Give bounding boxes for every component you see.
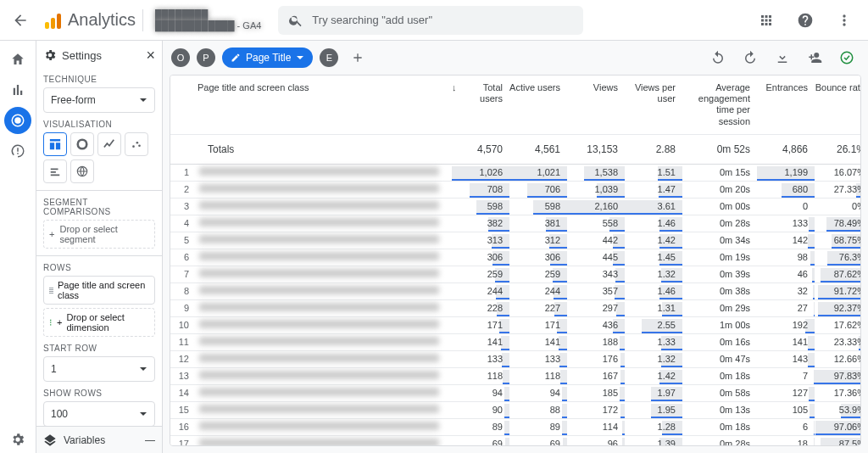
nav-rail — [0, 41, 36, 453]
bar-icon — [49, 165, 61, 177]
back-button[interactable] — [3, 3, 37, 37]
svg-point-2 — [136, 142, 139, 144]
col-header-total-users[interactable]: ↓ Total users — [452, 76, 509, 134]
tab-page-title[interactable]: Page Title — [222, 48, 313, 68]
undo-icon — [710, 50, 726, 65]
settings-header: Settings × — [36, 41, 162, 68]
vis-geo[interactable] — [70, 159, 94, 183]
table-row[interactable]: 12 133 133 176 1.32 0m 47s 143 12.66% — [170, 350, 861, 367]
segment-drop[interactable]: +Drop or select segment — [43, 220, 155, 249]
property-selector[interactable]: ████████ ████████████ - GA4 — [150, 9, 266, 31]
page-title-cell — [199, 354, 439, 362]
vis-line[interactable] — [97, 132, 121, 156]
download-button[interactable] — [770, 45, 795, 70]
table-row[interactable]: 5 313 312 442 1.42 0m 34s 142 68.75% — [170, 232, 861, 249]
table-row[interactable]: 8 244 244 357 1.46 0m 38s 32 91.72% — [170, 282, 861, 299]
megaphone-icon — [10, 143, 25, 159]
add-tab-button[interactable] — [345, 45, 370, 70]
col-header-entrances[interactable]: Entrances — [757, 76, 815, 134]
vis-donut[interactable] — [70, 132, 94, 156]
col-header-views[interactable]: Views — [567, 76, 625, 134]
help-button[interactable] — [788, 3, 822, 37]
table-row[interactable]: 3 598 598 2,160 3.61 0m 00s 0 0% — [170, 198, 861, 215]
nav-home[interactable] — [4, 46, 31, 73]
report-canvas: O P Page Title E — [163, 41, 868, 453]
settings-title: Settings — [62, 49, 102, 62]
show-rows-select[interactable]: 100 — [43, 401, 155, 426]
variables-drawer[interactable]: Variables — — [36, 426, 162, 453]
show-rows-label: SHOW ROWS — [43, 389, 155, 398]
chevron-down-icon — [139, 96, 147, 104]
table-row[interactable]: 10 171 171 436 2.55 1m 00s 192 17.62% — [170, 316, 861, 333]
start-row-label: START ROW — [43, 344, 155, 353]
table-row[interactable]: 1 1,026 1,021 1,538 1.51 0m 15s 1,199 16… — [170, 164, 861, 181]
nav-reports[interactable] — [4, 76, 31, 103]
data-table[interactable]: Page title and screen class ↓ Total user… — [170, 75, 861, 446]
check-circle-icon — [839, 50, 854, 65]
app-name: Analytics — [68, 10, 136, 30]
col-header-bounce-rate[interactable]: Bounce rate — [815, 76, 861, 134]
tab-o[interactable]: O — [171, 48, 190, 67]
tab-p[interactable]: P — [197, 48, 215, 67]
start-row-select[interactable]: 1 — [43, 356, 155, 382]
table-row[interactable]: 13 118 118 167 1.42 0m 18s 7 97.83% — [170, 367, 861, 384]
table-row[interactable]: 7 259 259 343 1.32 0m 39s 46 87.62% — [170, 266, 861, 282]
chevron-down-icon — [139, 410, 147, 418]
technique-label: TECHNIQUE — [43, 75, 155, 84]
page-title-cell — [199, 320, 439, 328]
page-title-cell — [199, 286, 439, 294]
grid-icon — [759, 13, 774, 28]
row-dimension-chip[interactable]: Page title and screen class — [43, 276, 155, 305]
vis-table[interactable] — [43, 132, 67, 156]
vis-bar[interactable] — [43, 159, 67, 183]
undo-button[interactable] — [705, 45, 731, 70]
more-vert-icon — [836, 12, 853, 29]
svg-point-0 — [78, 140, 87, 149]
share-button[interactable] — [802, 45, 827, 70]
insights-button[interactable] — [834, 45, 860, 70]
drag-handle-icon — [49, 288, 53, 294]
table-row[interactable]: 14 94 94 185 1.97 0m 58s 127 17.36% — [170, 384, 861, 401]
donut-icon — [76, 138, 88, 150]
help-icon — [797, 12, 814, 29]
col-header-views-per-user[interactable]: Views per user — [625, 76, 682, 134]
chevron-down-icon — [296, 53, 304, 62]
table-row[interactable]: 17 69 69 96 1.39 0m 28s 18 87.5% — [170, 435, 861, 446]
more-button[interactable] — [827, 3, 861, 37]
segment-label: SEGMENT COMPARISONS — [43, 198, 155, 216]
table-row[interactable]: 11 141 141 188 1.33 0m 16s 141 23.33% — [170, 333, 861, 350]
table-row[interactable]: 6 306 306 445 1.45 0m 19s 98 76.3% — [170, 249, 861, 266]
col-header-avg-engagement[interactable]: Average engagement time per session — [682, 76, 757, 134]
svg-point-3 — [138, 144, 141, 147]
vis-scatter[interactable] — [125, 132, 148, 156]
page-title-cell — [199, 269, 439, 277]
table-row[interactable]: 15 90 88 172 1.95 0m 13s 105 53.9% — [170, 401, 861, 418]
nav-admin[interactable] — [4, 426, 31, 453]
gear-icon — [43, 48, 57, 62]
col-header-active-users[interactable]: Active users — [509, 76, 567, 134]
page-title-cell — [199, 371, 439, 379]
table-row[interactable]: 2 708 706 1,039 1.47 0m 20s 680 27.33% — [170, 181, 861, 198]
table-row[interactable]: 16 89 89 114 1.28 0m 18s 6 97.06% — [170, 418, 861, 435]
divider — [142, 9, 143, 31]
tab-e[interactable]: E — [320, 48, 338, 67]
table-header-row: Page title and screen class ↓ Total user… — [170, 76, 861, 134]
close-settings-button[interactable]: × — [146, 48, 155, 63]
nav-advertising[interactable] — [4, 137, 31, 165]
col-header-name[interactable]: Page title and screen class — [198, 76, 452, 134]
row-drop[interactable]: ⁝+Drop or select dimension — [43, 308, 155, 337]
totals-row: Totals 4,5704,56113,153 2.880m 52s4,8662… — [170, 134, 861, 164]
table-row[interactable]: 9 228 227 297 1.31 0m 29s 27 92.37% — [170, 299, 861, 316]
table-row[interactable]: 4 382 381 558 1.46 0m 28s 133 78.49% — [170, 215, 861, 232]
svg-point-1 — [132, 145, 135, 148]
apps-button[interactable] — [749, 3, 783, 37]
search-placeholder: Try searching "add user" — [312, 14, 432, 26]
chevron-down-icon — [139, 365, 147, 373]
page-title-cell — [199, 201, 439, 210]
technique-select[interactable]: Free-form — [43, 87, 155, 113]
redo-button[interactable] — [737, 45, 763, 70]
analytics-logo: Analytics — [42, 10, 136, 31]
layers-icon — [43, 433, 57, 447]
nav-explore[interactable] — [4, 107, 31, 134]
search-input[interactable]: Try searching "add user" — [278, 6, 583, 35]
